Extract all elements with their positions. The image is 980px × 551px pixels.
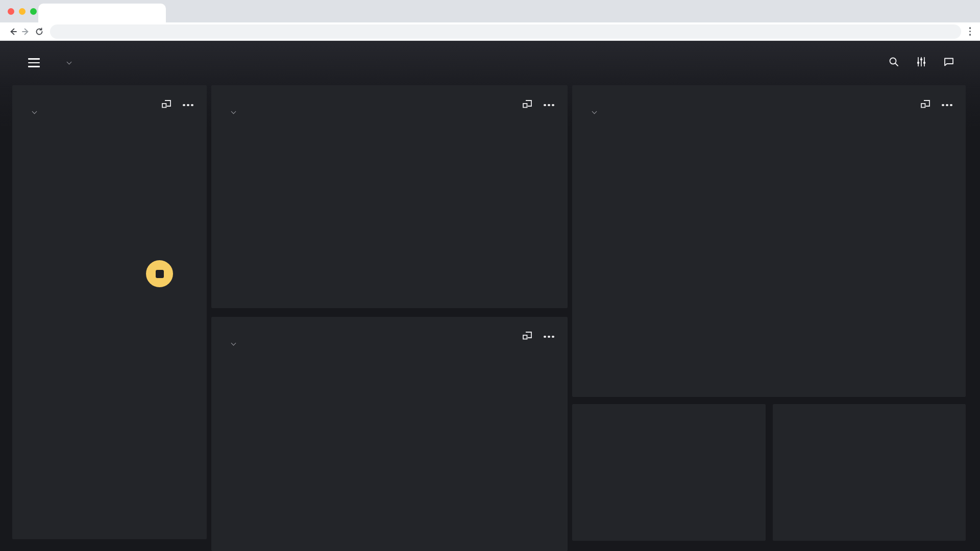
chevron-down-icon bbox=[592, 109, 597, 114]
back-icon[interactable] bbox=[6, 25, 19, 38]
edgeone-app bbox=[0, 41, 980, 551]
stop-square-icon bbox=[156, 270, 164, 278]
browser-navbar bbox=[0, 22, 980, 41]
chevron-down-icon bbox=[32, 109, 37, 114]
tab-close-icon[interactable] bbox=[157, 12, 161, 14]
chevron-down-icon bbox=[231, 109, 236, 114]
panel-subtitle-dropdown[interactable] bbox=[28, 111, 36, 114]
browser-menu-icon[interactable] bbox=[966, 27, 974, 36]
url-input[interactable] bbox=[57, 28, 954, 35]
app-header bbox=[0, 41, 980, 85]
more-options-icon[interactable] bbox=[942, 104, 952, 107]
panel-bar-chart bbox=[211, 317, 568, 551]
chevron-down-icon bbox=[231, 341, 236, 346]
expand-boardlet-icon[interactable] bbox=[920, 99, 930, 111]
more-options-icon[interactable] bbox=[544, 336, 554, 338]
hamburger-menu-icon[interactable] bbox=[28, 58, 40, 67]
panel-boardlet bbox=[12, 85, 207, 539]
panel-line-chart bbox=[211, 85, 568, 308]
filter-sliders-icon[interactable] bbox=[916, 56, 927, 69]
close-window-button[interactable] bbox=[8, 8, 14, 15]
more-options-icon[interactable] bbox=[183, 104, 193, 107]
search-icon[interactable] bbox=[888, 56, 899, 69]
forward-icon[interactable] bbox=[19, 25, 33, 38]
datetime-selector[interactable] bbox=[56, 61, 71, 65]
expand-boardlet-icon[interactable] bbox=[522, 331, 532, 342]
minimize-window-button[interactable] bbox=[19, 8, 26, 15]
browser-tabstrip bbox=[0, 0, 980, 22]
stop-button[interactable] bbox=[146, 260, 173, 287]
zoom-window-button[interactable] bbox=[30, 8, 37, 15]
expand-boardlet-icon[interactable] bbox=[522, 99, 532, 111]
panel-kpi-station-2 bbox=[572, 404, 766, 541]
bar-chart bbox=[222, 373, 567, 541]
line-chart bbox=[222, 145, 567, 301]
expand-boardlet-icon[interactable] bbox=[161, 99, 172, 111]
panel-subtitle-dropdown[interactable] bbox=[587, 111, 596, 114]
browser-tab[interactable] bbox=[38, 4, 166, 22]
panel-events-table bbox=[572, 85, 966, 397]
more-options-icon[interactable] bbox=[544, 104, 554, 107]
panel-kpi-station-3 bbox=[773, 404, 966, 541]
window-controls[interactable] bbox=[8, 8, 37, 15]
panel-subtitle-dropdown[interactable] bbox=[227, 111, 235, 114]
address-bar[interactable] bbox=[50, 24, 961, 39]
panel-subtitle-dropdown[interactable] bbox=[227, 342, 235, 346]
analog-clock bbox=[54, 139, 166, 251]
refresh-icon[interactable] bbox=[33, 25, 46, 38]
chevron-down-icon bbox=[67, 59, 72, 64]
chat-icon[interactable] bbox=[943, 56, 954, 69]
